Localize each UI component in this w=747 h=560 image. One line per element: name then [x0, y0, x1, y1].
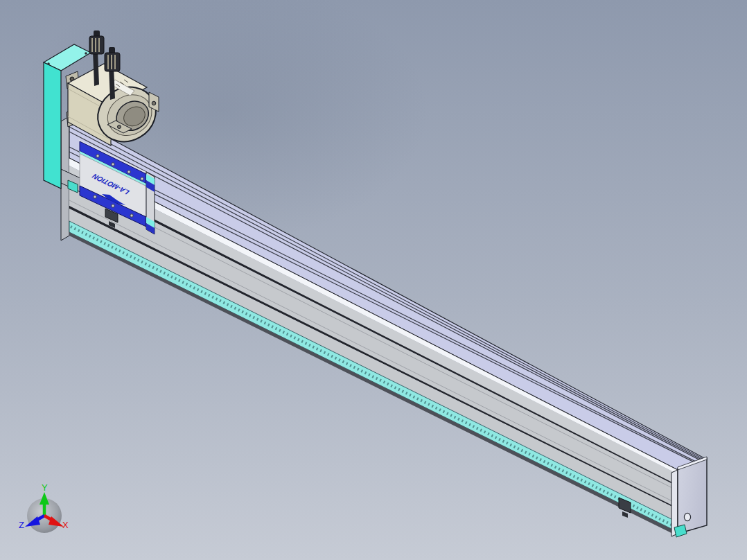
z-axis-label: Z: [19, 520, 24, 530]
end-cap-hole: [684, 513, 690, 520]
cylinder-tab-screw: [118, 125, 121, 129]
end-cap-face: [678, 458, 707, 534]
plate-screw: [85, 52, 87, 55]
x-axis-label: X: [62, 520, 69, 530]
cad-application-window: LA-MOTION Y Z X: [0, 0, 747, 560]
mount-plate-front-face: [44, 62, 61, 189]
cad-viewport[interactable]: LA-MOTION Y Z X: [0, 0, 747, 560]
y-axis-label: Y: [42, 482, 48, 493]
cylinder-tab-screw: [152, 101, 156, 105]
plate-screw: [47, 62, 50, 65]
